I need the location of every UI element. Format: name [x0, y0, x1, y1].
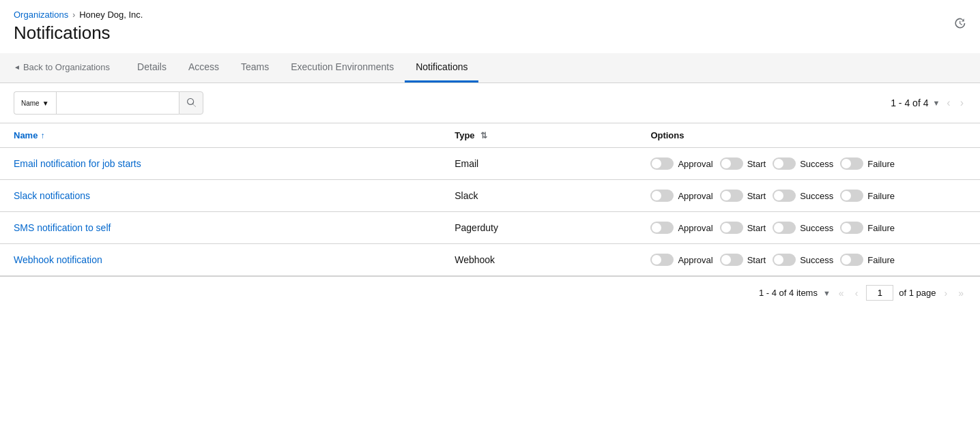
col-options-label: Options	[650, 130, 684, 140]
toggle-label-success: Success	[800, 223, 833, 233]
history-button[interactable]	[953, 16, 966, 33]
prev-page-button[interactable]: ‹	[944, 95, 953, 110]
col-header-name: Name ↑	[0, 123, 441, 148]
toggle-start-row-2[interactable]	[720, 190, 743, 202]
back-to-organizations-link[interactable]: Back to Organizations	[14, 54, 121, 82]
footer-page-input[interactable]	[866, 285, 893, 301]
search-button[interactable]	[179, 91, 203, 115]
toggle-group-approval: Approval	[650, 222, 712, 234]
toggle-failure-row-2[interactable]	[840, 190, 863, 202]
toggle-group-approval: Approval	[650, 190, 712, 202]
filter-type-label: Name	[21, 100, 40, 107]
toggle-start-row-1[interactable]	[720, 157, 743, 170]
cell-type: Pagerduty	[441, 212, 637, 244]
tab-notifications[interactable]: Notifications	[405, 53, 478, 82]
tab-details[interactable]: Details	[126, 53, 177, 82]
table-row: Email notification for job startsEmailAp…	[0, 148, 980, 180]
cell-name: Email notification for job starts	[0, 148, 441, 180]
notification-link-3[interactable]: SMS notification to self	[14, 222, 111, 233]
toggle-group-success: Success	[773, 222, 833, 234]
toggle-group-success: Success	[773, 190, 833, 202]
cell-options: ApprovalStartSuccessFailure	[637, 212, 980, 244]
notifications-table: Name ↑ Type ⇅ Options Email notification…	[0, 123, 980, 276]
type-sort-icon[interactable]: ⇅	[480, 131, 487, 140]
col-type-label: Type	[455, 130, 474, 140]
footer-next-page-btn[interactable]: ›	[942, 286, 951, 300]
filter-dropdown-icon: ▼	[42, 100, 49, 107]
toggle-success-row-4[interactable]	[773, 254, 796, 266]
sort-asc-icon[interactable]: ↑	[40, 131, 44, 140]
footer-prev-page-btn[interactable]: ‹	[852, 286, 861, 300]
page-count-label: 1 - 4 of 4	[891, 97, 928, 108]
breadcrumb-separator: ›	[72, 10, 75, 20]
toggle-group-start: Start	[720, 222, 766, 234]
toggle-success-row-1[interactable]	[773, 157, 796, 170]
toggle-group-start: Start	[720, 254, 766, 266]
toggle-group-failure: Failure	[840, 157, 895, 170]
tab-access[interactable]: Access	[177, 53, 230, 82]
pagination-top: 1 - 4 of 4 ▼ ‹ ›	[891, 95, 966, 110]
toggle-label-failure: Failure	[867, 191, 895, 201]
notification-link-2[interactable]: Slack notifications	[14, 190, 90, 201]
toggle-label-approval: Approval	[678, 223, 712, 233]
table-row: Slack notificationsSlackApprovalStartSuc…	[0, 180, 980, 212]
toggle-start-row-3[interactable]	[720, 222, 743, 234]
cell-name: Webhook notification	[0, 244, 441, 276]
toolbar: Name ▼ 1 - 4 of 4 ▼ ‹ ›	[0, 83, 980, 123]
footer-first-page-btn[interactable]: «	[836, 286, 847, 300]
toggle-label-success: Success	[800, 159, 833, 169]
cell-type: Email	[441, 148, 637, 180]
page-title: Notifications	[0, 22, 980, 53]
toggle-group-start: Start	[720, 190, 766, 202]
toggle-label-success: Success	[800, 191, 833, 201]
toggle-failure-row-1[interactable]	[840, 157, 863, 170]
footer-items-dropdown[interactable]: ▼	[823, 289, 831, 297]
toggle-label-approval: Approval	[678, 255, 712, 265]
toggle-group-failure: Failure	[840, 254, 895, 266]
notification-link-1[interactable]: Email notification for job starts	[14, 158, 141, 169]
toggle-label-start: Start	[747, 159, 766, 169]
toggle-group-failure: Failure	[840, 222, 895, 234]
nav-tabs: Back to Organizations Details Access Tea…	[0, 53, 980, 83]
content-area: Name ▼ 1 - 4 of 4 ▼ ‹ › Name ↑	[0, 83, 980, 309]
toggle-failure-row-3[interactable]	[840, 222, 863, 234]
table-row: SMS notification to selfPagerdutyApprova…	[0, 212, 980, 244]
col-header-options: Options	[637, 123, 980, 148]
next-page-button[interactable]: ›	[957, 95, 966, 110]
toggle-label-failure: Failure	[867, 255, 895, 265]
footer-items-label: 1 - 4 of 4 items	[759, 288, 818, 298]
search-icon	[186, 98, 196, 108]
toggle-label-failure: Failure	[867, 223, 895, 233]
col-name-label: Name	[14, 130, 38, 140]
toggle-group-success: Success	[773, 254, 833, 266]
cell-options: ApprovalStartSuccessFailure	[637, 148, 980, 180]
tab-execution-environments[interactable]: Execution Environments	[280, 53, 405, 82]
toggle-approval-row-2[interactable]	[650, 190, 674, 202]
toggle-label-start: Start	[747, 191, 766, 201]
toggle-approval-row-3[interactable]	[650, 222, 674, 234]
search-input[interactable]	[56, 91, 179, 115]
toggle-group-approval: Approval	[650, 254, 712, 266]
toggle-approval-row-4[interactable]	[650, 254, 674, 266]
toggle-label-start: Start	[747, 223, 766, 233]
toggle-group-start: Start	[720, 157, 766, 170]
toggle-success-row-2[interactable]	[773, 190, 796, 202]
toggle-label-failure: Failure	[867, 159, 895, 169]
notification-link-4[interactable]: Webhook notification	[14, 254, 102, 265]
toggle-approval-row-1[interactable]	[650, 157, 674, 170]
breadcrumb: Organizations › Honey Dog, Inc.	[0, 0, 980, 22]
cell-name: Slack notifications	[0, 180, 441, 212]
tab-teams[interactable]: Teams	[230, 53, 280, 82]
toggle-start-row-4[interactable]	[720, 254, 743, 266]
pagination-dropdown-icon[interactable]: ▼	[932, 99, 940, 107]
cell-options: ApprovalStartSuccessFailure	[637, 244, 980, 276]
toggle-failure-row-4[interactable]	[840, 254, 863, 266]
filter-type-select[interactable]: Name ▼	[14, 91, 56, 115]
table-row: Webhook notificationWebhookApprovalStart…	[0, 244, 980, 276]
cell-name: SMS notification to self	[0, 212, 441, 244]
footer-last-page-btn[interactable]: »	[955, 286, 966, 300]
toggle-success-row-3[interactable]	[773, 222, 796, 234]
toggle-label-success: Success	[800, 255, 833, 265]
toggle-label-start: Start	[747, 255, 766, 265]
breadcrumb-org-link[interactable]: Organizations	[14, 10, 68, 20]
